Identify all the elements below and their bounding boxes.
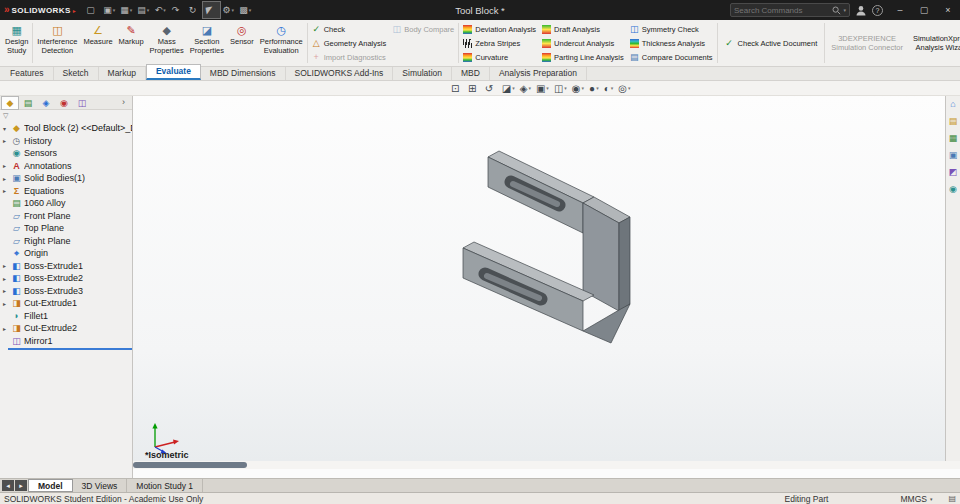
tree-item-cut-extrude1[interactable]: ▸ ◨ Cut-Extrude1 <box>0 297 132 310</box>
home-icon[interactable]: ⌂ <box>950 99 955 109</box>
dropdown-caret-icon[interactable]: ▾ <box>582 85 585 91</box>
minimize-button[interactable]: – <box>888 0 912 20</box>
graphics-viewport[interactable]: *Isometric <box>133 96 945 461</box>
thickness-analysis-button[interactable]: Thickness Analysis <box>627 37 716 50</box>
tab-model[interactable]: Model <box>28 479 73 492</box>
parting-line-analysis-button[interactable]: Parting Line Analysis <box>539 51 627 64</box>
expander-icon[interactable]: ▸ <box>3 162 11 169</box>
tab-simulation[interactable]: Simulation <box>393 67 452 80</box>
tree-item-sensors[interactable]: ▸ ◉ Sensors <box>0 147 132 160</box>
help-icon[interactable]: ? <box>872 5 883 16</box>
dropdown-caret-icon[interactable]: ▾ <box>546 85 549 91</box>
tree-item-cut-extrude2[interactable]: ▸ ◨ Cut-Extrude2 <box>0 322 132 335</box>
new-file-icon[interactable]: ▢▾ <box>84 2 101 18</box>
expander-icon[interactable]: ▸ <box>3 137 11 144</box>
status-customize-icon[interactable]: ▤ <box>948 494 956 503</box>
tree-root-tool-block[interactable]: ▾ ◆ Tool Block (2) <<Default>_Displa <box>0 122 132 135</box>
tree-item-history[interactable]: ▸ ◷ History <box>0 135 132 148</box>
tab-motion-study-1[interactable]: Motion Study 1 <box>127 479 203 492</box>
tab-scroll-left-icon[interactable]: ◂ <box>2 480 14 491</box>
apply-scene-icon[interactable]: ◐▾ <box>603 83 615 94</box>
tab-3d-views[interactable]: 3D Views <box>73 479 128 492</box>
options-icon[interactable]: ⚙▾ <box>220 2 237 18</box>
model-3d[interactable] <box>133 96 945 461</box>
rebuild-icon[interactable]: ↻▾ <box>186 2 203 18</box>
design-study-button[interactable]: ▦ Design Study <box>2 21 31 65</box>
expander-icon[interactable]: ▸ <box>3 300 11 307</box>
tree-item-1060-alloy[interactable]: ▸ ▤ 1060 Alloy <box>0 197 132 210</box>
search-scope-caret-icon[interactable]: ▾ <box>843 7 846 13</box>
simulationxpress-wizard-button[interactable]: SimulationXpress Analysis Wizard <box>908 21 960 65</box>
tree-item-equations[interactable]: ▸ Σ Equations <box>0 185 132 198</box>
expander-icon[interactable]: ▸ <box>3 262 11 269</box>
draft-analysis-button[interactable]: Draft Analysis <box>539 23 627 36</box>
section-properties-button[interactable]: ◪ Section Properties <box>187 21 227 65</box>
redo-icon[interactable]: ↷▾ <box>169 2 186 18</box>
expander-icon[interactable]: ▸ <box>3 187 11 194</box>
section-view-icon[interactable]: ◪▾ <box>501 83 516 94</box>
propertymanager-tab[interactable]: ▤ <box>20 97 36 109</box>
measure-button[interactable]: ∠ Measure <box>80 21 115 65</box>
edit-appearance-icon[interactable]: ●▾ <box>588 83 600 94</box>
check-button[interactable]: ✓ Check <box>309 23 390 36</box>
dropdown-caret-icon[interactable]: ▾ <box>130 7 133 13</box>
search-input[interactable] <box>734 6 830 15</box>
curvature-button[interactable]: Curvature <box>460 51 539 64</box>
view-orientation-icon[interactable]: ▣▾ <box>535 83 550 94</box>
simulation-connector-button[interactable]: 3DEXPERIENCE Simulation Connector <box>826 21 908 65</box>
tree-item-boss-extrude3[interactable]: ▸ ◧ Boss-Extrude3 <box>0 285 132 298</box>
display-settings-icon[interactable]: ▩▾ <box>237 2 254 18</box>
tab-scroll-right-icon[interactable]: ▸ <box>15 480 27 491</box>
tab-mbd-dimensions[interactable]: MBD Dimensions <box>201 67 286 80</box>
search-icon[interactable] <box>832 6 841 15</box>
select-arrow-icon[interactable]: ◤▾ <box>203 2 220 18</box>
file-explorer-icon[interactable]: ▣ <box>949 150 958 160</box>
undo-icon[interactable]: ↶▾ <box>152 2 169 18</box>
tree-item-boss-extrude2[interactable]: ▸ ◧ Boss-Extrude2 <box>0 272 132 285</box>
geometry-analysis-button[interactable]: △ Geometry Analysis <box>309 37 390 50</box>
dropdown-caret-icon[interactable]: ▾ <box>231 7 234 13</box>
tab-evaluate[interactable]: Evaluate <box>146 64 201 80</box>
deviation-analysis-button[interactable]: Deviation Analysis <box>460 23 539 36</box>
dropdown-caret-icon[interactable]: ▾ <box>249 7 252 13</box>
tree-item-origin[interactable]: ▸ ⌖ Origin <box>0 247 132 260</box>
tree-item-right-plane[interactable]: ▸ ▱ Right Plane <box>0 235 132 248</box>
user-account-icon[interactable] <box>855 5 867 16</box>
rollback-bar[interactable] <box>8 348 132 350</box>
configurationmanager-tab[interactable]: ◈ <box>38 97 54 109</box>
tab-mbd[interactable]: MBD <box>452 67 490 80</box>
zoom-area-icon[interactable]: ⊞▾ <box>467 83 481 94</box>
dropdown-caret-icon[interactable]: ▾ <box>163 7 166 13</box>
performance-evaluation-button[interactable]: ◷ Performance Evaluation <box>257 21 306 65</box>
tab-sketch[interactable]: Sketch <box>54 67 99 80</box>
open-icon[interactable]: ▣▾ <box>101 2 118 18</box>
print-icon[interactable]: ▤▾ <box>135 2 152 18</box>
tree-item-fillet1[interactable]: ▸ ◗ Fillet1 <box>0 310 132 323</box>
dropdown-caret-icon[interactable]: ▾ <box>628 85 631 91</box>
featuremanager-tab[interactable]: ◆ <box>2 97 18 109</box>
expander-icon[interactable]: ▸ <box>3 325 11 332</box>
expander-icon[interactable]: ▸ <box>3 275 11 282</box>
interference-detection-button[interactable]: ◫ Interference Detection <box>34 21 80 65</box>
symmetry-check-button[interactable]: ◫ Symmetry Check <box>627 23 716 36</box>
sensor-button[interactable]: ◎ Sensor <box>227 21 257 65</box>
undercut-analysis-button[interactable]: Undercut Analysis <box>539 37 627 50</box>
mass-properties-button[interactable]: ◆ Mass Properties <box>147 21 187 65</box>
tree-item-top-plane[interactable]: ▸ ▱ Top Plane <box>0 222 132 235</box>
close-button[interactable]: × <box>936 0 960 20</box>
dimxpertmanager-tab[interactable]: ◉ <box>56 97 72 109</box>
tree-item-front-plane[interactable]: ▸ ▱ Front Plane <box>0 210 132 223</box>
units-selector[interactable]: MMGS ▾ <box>900 494 932 504</box>
dropdown-caret-icon[interactable]: ▾ <box>611 85 614 91</box>
dropdown-caret-icon[interactable]: ▾ <box>147 7 150 13</box>
tree-item-annotations[interactable]: ▸ A Annotations <box>0 160 132 173</box>
filter-icon[interactable]: ▽ <box>3 112 8 120</box>
display-style-icon[interactable]: ◫▾ <box>553 83 568 94</box>
import-diagnostics-button[interactable]: + Import Diagnostics <box>309 51 390 64</box>
search-commands-box[interactable]: ▾ <box>730 3 850 17</box>
dropdown-caret-icon[interactable]: ▾ <box>113 7 116 13</box>
scrollbar-thumb[interactable] <box>133 462 247 468</box>
save-icon[interactable]: ▦▾ <box>118 2 135 18</box>
tab-analysis-preparation[interactable]: Analysis Preparation <box>490 67 587 80</box>
zebra-stripes-button[interactable]: Zebra Stripes <box>460 37 539 50</box>
